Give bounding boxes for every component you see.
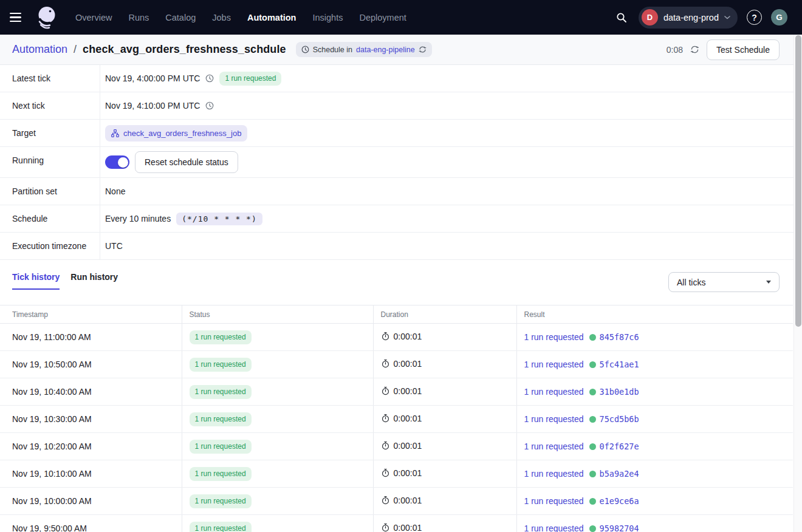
tick-timestamp: Nov 19, 11:00:00 AM xyxy=(0,324,182,351)
schedule-row: Schedule Every 10 minutes (*/10 * * * *) xyxy=(0,205,802,233)
run-id-link[interactable]: 5fc41ae1 xyxy=(600,360,639,369)
partition-set-value: None xyxy=(105,186,125,196)
tab-tick-history[interactable]: Tick history xyxy=(12,272,60,290)
stopwatch-icon xyxy=(381,359,390,368)
run-id-link[interactable]: 95982704 xyxy=(600,523,639,532)
run-chip[interactable]: 0f2f627e xyxy=(589,442,639,451)
refresh-countdown: 0:08 xyxy=(667,45,683,55)
user-avatar[interactable]: G xyxy=(771,9,787,26)
run-status-dot-icon xyxy=(589,525,596,532)
hamburger-menu-icon[interactable] xyxy=(10,10,24,25)
tick-result-link[interactable]: 1 run requested xyxy=(524,469,584,479)
tick-timestamp: Nov 19, 10:00:00 AM xyxy=(0,488,182,515)
reset-schedule-status-button[interactable]: Reset schedule status xyxy=(135,151,238,173)
run-id-link[interactable]: 31b0e1db xyxy=(600,387,639,397)
history-tabs-row: Tick history Run history All ticks xyxy=(0,260,802,297)
latest-tick-status-badge: 1 run requested xyxy=(219,72,281,86)
tick-result-link[interactable]: 1 run requested xyxy=(524,387,584,397)
running-toggle[interactable] xyxy=(105,155,129,169)
tick-history-table: Timestamp Status Duration Result Nov 19,… xyxy=(0,305,793,532)
run-status-dot-icon xyxy=(589,443,596,450)
primary-nav: Overview Runs Catalog Jobs Automation In… xyxy=(75,13,406,22)
nav-item-runs[interactable]: Runs xyxy=(128,13,149,22)
tick-result-link[interactable]: 1 run requested xyxy=(524,496,584,506)
tick-result-link[interactable]: 1 run requested xyxy=(524,332,584,342)
tick-status-badge: 1 run requested xyxy=(190,412,252,426)
run-chip[interactable]: b5a9a2e4 xyxy=(589,469,639,479)
running-label: Running xyxy=(0,147,100,177)
run-id-link[interactable]: 0f2f627e xyxy=(600,442,639,451)
tick-timestamp: Nov 19, 10:50:00 AM xyxy=(0,351,182,378)
tab-run-history[interactable]: Run history xyxy=(70,272,118,290)
tick-result-link[interactable]: 1 run requested xyxy=(524,360,584,369)
dagster-logo-icon[interactable] xyxy=(35,5,58,30)
target-job-chip[interactable]: check_avg_orders_freshness_job xyxy=(105,125,247,142)
clock-icon xyxy=(301,46,309,53)
tick-status-badge: 1 run requested xyxy=(190,440,252,454)
tick-status-badge: 1 run requested xyxy=(190,467,252,481)
tick-status-cell: 1 run requested xyxy=(182,488,373,515)
clock-icon xyxy=(205,101,214,110)
nav-item-insights[interactable]: Insights xyxy=(312,13,343,22)
sync-icon[interactable] xyxy=(419,46,427,53)
tick-filter-value: All ticks xyxy=(677,278,705,287)
run-chip[interactable]: 95982704 xyxy=(589,523,639,532)
run-chip[interactable]: 845f87c6 xyxy=(589,332,639,342)
navbar-right-cluster: D data-eng-prod ? G xyxy=(614,7,787,29)
tick-status-cell: 1 run requested xyxy=(182,378,373,406)
tick-table-header: Timestamp Status Duration Result xyxy=(0,305,793,324)
nav-item-overview[interactable]: Overview xyxy=(75,13,112,22)
tick-result-link[interactable]: 1 run requested xyxy=(524,442,584,451)
top-navbar: Overview Runs Catalog Jobs Automation In… xyxy=(0,0,802,35)
run-status-dot-icon xyxy=(589,361,596,368)
deployment-switcher[interactable]: D data-eng-prod xyxy=(639,7,738,29)
run-chip[interactable]: e1e9ce6a xyxy=(589,496,639,506)
run-id-link[interactable]: 845f87c6 xyxy=(600,332,639,342)
run-id-link[interactable]: e1e9ce6a xyxy=(600,496,639,506)
run-id-link[interactable]: 75cd5b6b xyxy=(600,414,639,424)
breadcrumb-automation-link[interactable]: Automation xyxy=(12,43,67,56)
tick-row: Nov 19, 10:20:00 AM 1 run requested 0:00… xyxy=(0,433,793,460)
tick-result-link[interactable]: 1 run requested xyxy=(524,523,584,532)
col-result: Result xyxy=(516,305,793,324)
target-job-link[interactable]: check_avg_orders_freshness_job xyxy=(123,129,241,138)
nav-item-deployment[interactable]: Deployment xyxy=(359,13,406,22)
tick-status-cell: 1 run requested xyxy=(182,460,373,488)
clock-icon xyxy=(205,74,214,83)
help-icon[interactable]: ? xyxy=(747,10,762,25)
tick-result-cell: 1 run requested 5fc41ae1 xyxy=(516,351,793,378)
latest-tick-label: Latest tick xyxy=(0,65,100,92)
chevron-down-icon xyxy=(724,16,730,19)
tick-row: Nov 19, 10:50:00 AM 1 run requested 0:00… xyxy=(0,351,793,378)
tick-duration: 0:00:01 xyxy=(394,441,422,451)
tick-status-cell: 1 run requested xyxy=(182,351,373,378)
test-schedule-button[interactable]: Test Schedule xyxy=(707,39,780,60)
nav-item-catalog[interactable]: Catalog xyxy=(165,13,196,22)
nav-item-automation[interactable]: Automation xyxy=(247,13,296,22)
col-duration: Duration xyxy=(373,305,516,324)
run-status-dot-icon xyxy=(589,416,596,423)
schedule-details: Latest tick Nov 19, 4:00:00 PM UTC 1 run… xyxy=(0,65,802,260)
timezone-row: Execution timezone UTC xyxy=(0,233,802,260)
nav-item-jobs[interactable]: Jobs xyxy=(212,13,231,22)
tick-timestamp: Nov 19, 9:50:00 AM xyxy=(0,515,182,532)
tick-row: Nov 19, 10:40:00 AM 1 run requested 0:00… xyxy=(0,378,793,406)
tick-status-badge: 1 run requested xyxy=(190,494,252,508)
tick-duration: 0:00:01 xyxy=(394,414,422,423)
run-id-link[interactable]: b5a9a2e4 xyxy=(600,469,639,479)
refresh-icon[interactable] xyxy=(690,45,699,54)
tick-status-badge: 1 run requested xyxy=(190,330,252,344)
run-chip[interactable]: 5fc41ae1 xyxy=(589,360,639,369)
run-status-dot-icon xyxy=(589,334,596,341)
search-icon[interactable] xyxy=(614,10,629,26)
stopwatch-icon xyxy=(381,496,390,505)
breadcrumb-separator: / xyxy=(74,43,77,56)
scrollbar-thumb[interactable] xyxy=(795,35,801,327)
run-chip[interactable]: 31b0e1db xyxy=(589,387,639,397)
tick-result-link[interactable]: 1 run requested xyxy=(524,414,584,424)
pipeline-link[interactable]: data-eng-pipeline xyxy=(356,46,415,54)
run-chip[interactable]: 75cd5b6b xyxy=(589,414,639,424)
scrollbar-track[interactable] xyxy=(793,35,802,532)
latest-tick-value: Nov 19, 4:00:00 PM UTC xyxy=(105,73,200,83)
tick-filter-select[interactable]: All ticks xyxy=(668,272,780,292)
